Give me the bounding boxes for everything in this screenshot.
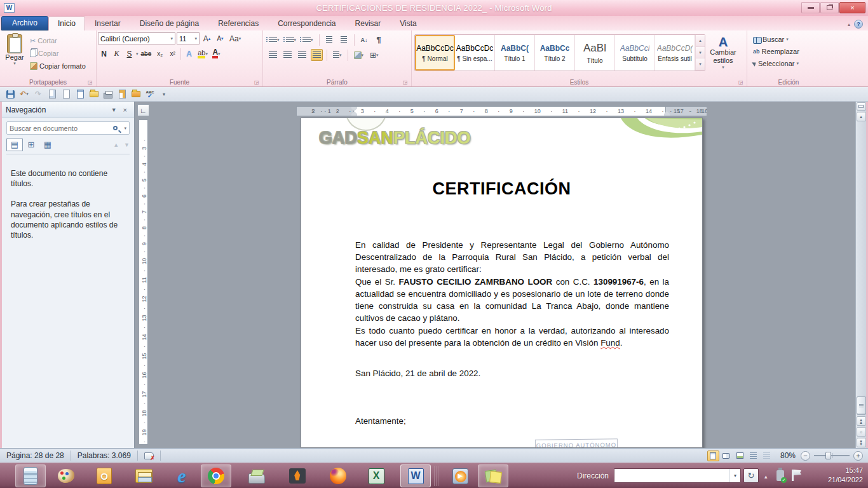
shrink-font-button[interactable]: A▾ xyxy=(214,32,226,44)
navigation-menu-icon[interactable]: ▼ xyxy=(108,107,120,113)
outline-view-button[interactable] xyxy=(747,451,759,461)
tab-vista[interactable]: Vista xyxy=(390,17,426,30)
taskbar-internet-explorer[interactable]: e xyxy=(166,464,197,487)
next-heading-icon[interactable]: ▼ xyxy=(124,142,130,148)
fullscreen-reading-view-button[interactable] xyxy=(721,451,733,461)
taskbar-outlook[interactable]: O xyxy=(89,464,119,487)
qat-more-button[interactable]: ▾ xyxy=(159,89,169,99)
format-painter-button[interactable]: Copiar formato xyxy=(28,60,88,72)
show-marks-button[interactable]: ¶ xyxy=(373,34,385,46)
taskbar-file-manager[interactable] xyxy=(128,464,159,487)
taskbar-excel[interactable]: X xyxy=(361,464,391,487)
font-color-button[interactable]: A▾ xyxy=(210,48,222,60)
tab-selector-button[interactable]: ∟ xyxy=(137,104,149,116)
taskbar-media-player[interactable] xyxy=(445,464,475,487)
address-input[interactable] xyxy=(614,469,729,482)
help-icon[interactable]: ? xyxy=(854,20,863,29)
open-button[interactable] xyxy=(89,89,99,99)
copy-button[interactable]: Copiar xyxy=(28,48,88,59)
italic-button[interactable]: K xyxy=(111,48,123,60)
quick-print-button[interactable] xyxy=(103,89,113,99)
cut-button[interactable]: ✂ Cortar xyxy=(28,35,88,46)
taskbar-paint[interactable] xyxy=(51,464,81,487)
taskbar-word[interactable]: W xyxy=(400,464,431,487)
zoom-slider-thumb[interactable] xyxy=(825,452,831,459)
align-left-button[interactable] xyxy=(267,49,279,61)
increase-indent-button[interactable] xyxy=(338,34,350,46)
style-sin-espaciado[interactable]: AaBbCcDc¶ Sin espa... xyxy=(455,35,495,71)
scroll-up-button[interactable]: ▴ xyxy=(857,112,866,121)
superscript-button[interactable]: x² xyxy=(166,48,179,60)
tab-correspondencia[interactable]: Correspondencia xyxy=(268,17,345,30)
undo-button[interactable]: ↶▾ xyxy=(19,89,29,99)
font-family-select[interactable]: Calibri (Cuerpo) ▾ xyxy=(98,32,175,44)
taskbar-clock[interactable]: 15:47 21/04/2022 xyxy=(812,466,863,485)
line-spacing-button[interactable]: ▾ xyxy=(331,49,344,61)
style-titulo[interactable]: AaBlTítulo xyxy=(575,35,615,71)
document-page[interactable]: GADSANPLÁCIDO CERTIFICACIÓN En calidad d… xyxy=(301,118,703,448)
minimize-ribbon-icon[interactable]: ▴ xyxy=(848,22,850,27)
paste-button[interactable]: Pegar ▾ xyxy=(1,32,28,72)
address-toolbar[interactable]: ▾ xyxy=(614,468,741,483)
underline-button[interactable]: S xyxy=(123,48,135,60)
decrease-indent-button[interactable] xyxy=(323,34,336,46)
replace-button[interactable]: ab Reemplazar xyxy=(751,46,826,57)
address-dropdown-icon[interactable]: ▾ xyxy=(729,469,740,482)
spelling-button[interactable]: ABC✓ xyxy=(145,89,155,99)
search-icon[interactable] xyxy=(113,126,118,130)
previous-heading-icon[interactable]: ▲ xyxy=(113,142,119,148)
text-effects-button[interactable]: A xyxy=(183,48,195,60)
next-page-button[interactable]: ▾▾ xyxy=(857,438,866,447)
bullets-button[interactable]: ▾ xyxy=(267,34,281,46)
zoom-in-button[interactable]: + xyxy=(853,451,863,461)
align-right-button[interactable] xyxy=(296,49,308,61)
page-indicator[interactable]: Página: 28 de 28 xyxy=(0,451,71,461)
search-input[interactable] xyxy=(10,125,113,132)
taskbar-sticky-notes[interactable] xyxy=(478,464,508,487)
tab-insertar[interactable]: Insertar xyxy=(85,17,130,30)
shading-button[interactable]: ▾ xyxy=(352,49,366,61)
dialog-launcher-portapapeles[interactable]: ◲ xyxy=(88,79,94,86)
print-preview-button[interactable] xyxy=(47,89,57,99)
nav-tab-pages[interactable]: ⊞ xyxy=(23,138,39,151)
minimize-button[interactable] xyxy=(801,2,820,13)
new-document-button[interactable] xyxy=(61,89,71,99)
find-button[interactable]: Buscar ▾ xyxy=(751,34,826,45)
tab-revisar[interactable]: Revisar xyxy=(346,17,391,30)
attach-button[interactable] xyxy=(75,89,85,99)
numbering-button[interactable]: ▾ xyxy=(284,34,299,46)
styles-scroll-up[interactable]: ▴ xyxy=(696,35,705,47)
nav-tab-results[interactable]: ▦ xyxy=(39,138,56,151)
strikethrough-button[interactable]: abe xyxy=(139,48,154,60)
taskbar-firefox[interactable] xyxy=(323,464,353,487)
proofing-status[interactable] xyxy=(138,451,161,461)
print-layout-view-button[interactable] xyxy=(707,451,719,461)
browse-object-button[interactable]: ○ xyxy=(857,427,866,437)
highlight-button[interactable]: ab▾ xyxy=(196,48,210,60)
restore-button[interactable] xyxy=(820,2,839,13)
taskbar-chrome[interactable] xyxy=(201,464,231,487)
tab-diseno[interactable]: Diseño de página xyxy=(130,17,208,30)
zoom-slider[interactable] xyxy=(814,455,850,456)
taskbar-nero[interactable] xyxy=(282,464,313,487)
underline-caret-icon[interactable]: ▾ xyxy=(136,51,139,57)
save-button[interactable] xyxy=(5,89,15,99)
previous-page-button[interactable]: ▴▴ xyxy=(857,416,866,426)
style-enfasis-sutil[interactable]: AaBbCcD(Énfasis sutil xyxy=(655,35,695,71)
styles-more-button[interactable]: ▾ xyxy=(696,58,705,71)
dialog-launcher-estilos[interactable]: ◲ xyxy=(738,79,745,86)
hidden-icons-chevron[interactable]: ▴ xyxy=(764,473,768,480)
zoom-level[interactable]: 80% xyxy=(780,451,796,460)
navigation-search-box[interactable]: ▾ xyxy=(6,121,130,135)
tab-inicio[interactable]: Inicio xyxy=(48,17,85,30)
justify-button[interactable] xyxy=(311,49,323,61)
action-center-flag-icon[interactable] xyxy=(792,470,794,481)
vertical-scrollbar[interactable]: ▴ ▾ ▴▴ ○ ▾▾ xyxy=(855,102,866,448)
change-case-button[interactable]: Aa▾ xyxy=(227,32,243,44)
taskbar-calculator[interactable] xyxy=(15,464,46,487)
align-center-button[interactable] xyxy=(281,49,294,61)
change-styles-button[interactable]: A Cambiar estilos ▾ xyxy=(705,34,741,71)
close-button[interactable]: × xyxy=(839,2,865,13)
styles-scroll-down[interactable]: ▾ xyxy=(696,47,705,59)
usb-tray-icon[interactable] xyxy=(776,470,784,481)
